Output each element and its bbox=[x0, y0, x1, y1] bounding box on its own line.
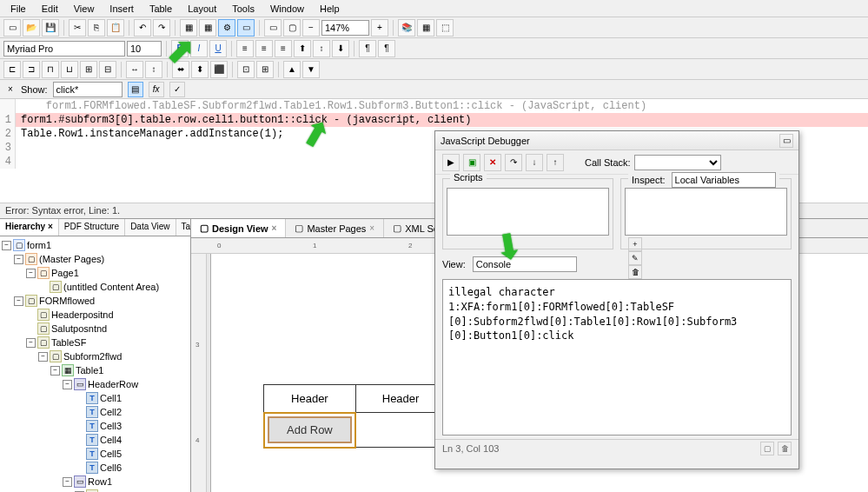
new-icon[interactable]: ▭ bbox=[3, 19, 21, 37]
node-headerpos[interactable]: Headerpositnd bbox=[51, 309, 114, 320]
add-row-cell[interactable]: Add Row bbox=[264, 413, 356, 448]
code-line-2[interactable]: Table.Row1.instanceManager.addInstance(1… bbox=[16, 127, 283, 141]
scripts-listbox[interactable] bbox=[447, 188, 609, 236]
select-icon[interactable]: ▢ bbox=[283, 19, 301, 37]
tab-master-pages[interactable]: ▢Master Pages× bbox=[286, 219, 384, 237]
debugger-close-icon[interactable]: ▭ bbox=[779, 134, 793, 148]
callstack-select[interactable] bbox=[634, 155, 721, 170]
empty-cell[interactable] bbox=[355, 413, 446, 448]
table-icon[interactable]: ▦ bbox=[180, 19, 197, 37]
front-icon[interactable]: ▲ bbox=[283, 61, 301, 78]
menu-tools[interactable]: Tools bbox=[225, 2, 262, 16]
copy-icon[interactable]: ⎘ bbox=[88, 19, 105, 37]
node-salut[interactable]: Salutposntnd bbox=[51, 323, 107, 334]
node-formflowed[interactable]: FORMflowed bbox=[39, 296, 95, 306]
edit-watch-icon[interactable]: ✎ bbox=[628, 251, 642, 265]
ltr-icon[interactable]: ¶ bbox=[359, 40, 376, 57]
size-select[interactable] bbox=[127, 41, 162, 57]
step-over-icon[interactable]: ↷ bbox=[505, 154, 522, 171]
tab-pdf-structure[interactable]: PDF Structure bbox=[59, 219, 125, 236]
node-tablesf[interactable]: TableSF bbox=[51, 337, 86, 348]
align-top-icon[interactable]: ⬆ bbox=[294, 40, 311, 57]
code-line-4[interactable] bbox=[16, 155, 21, 169]
al2-icon[interactable]: ⊐ bbox=[23, 61, 40, 78]
add-watch-icon[interactable]: + bbox=[628, 237, 642, 251]
menu-table[interactable]: Table bbox=[142, 2, 179, 16]
js-debugger-window[interactable]: JavaScript Debugger ▭ ▶ ▣ ✕ ↷ ↓ ↑ Call S… bbox=[434, 130, 799, 469]
header-cell-1[interactable]: Header bbox=[264, 385, 356, 413]
view-select[interactable] bbox=[473, 256, 577, 272]
ungrp-icon[interactable]: ⊞ bbox=[256, 61, 274, 78]
grid-icon[interactable]: ▦ bbox=[199, 19, 216, 37]
tab-data-view[interactable]: Data View bbox=[125, 219, 176, 236]
node-headerrow[interactable]: HeaderRow bbox=[88, 379, 138, 389]
frag-icon[interactable]: ⬚ bbox=[436, 19, 454, 37]
tab-design-view[interactable]: ▢Design View× bbox=[191, 219, 286, 237]
node-cell4[interactable]: Cell4 bbox=[100, 435, 122, 445]
align-mid-icon[interactable]: ↕ bbox=[313, 40, 330, 57]
paste-icon[interactable]: 📋 bbox=[107, 19, 124, 37]
script-icon[interactable]: ⚙ bbox=[218, 19, 235, 37]
menu-view[interactable]: View bbox=[67, 2, 102, 16]
dist-v-icon[interactable]: ↕ bbox=[145, 61, 162, 78]
sz1-icon[interactable]: ⬌ bbox=[172, 61, 189, 78]
node-page1[interactable]: Page1 bbox=[51, 268, 79, 278]
al6-icon[interactable]: ⊟ bbox=[99, 61, 116, 78]
al5-icon[interactable]: ⊞ bbox=[80, 61, 97, 78]
node-cell1[interactable]: Cell1 bbox=[100, 393, 122, 403]
del-watch-icon[interactable]: 🗑 bbox=[628, 265, 642, 279]
font-select[interactable] bbox=[3, 41, 125, 57]
italic-icon[interactable]: I bbox=[190, 40, 208, 57]
node-row1[interactable]: Row1 bbox=[88, 476, 112, 487]
step-in-icon[interactable]: ↓ bbox=[526, 154, 543, 171]
inspect-listbox[interactable] bbox=[625, 188, 787, 236]
debugger-console[interactable]: illegal character 1:XFA:form1[0]:FORMflo… bbox=[442, 279, 792, 435]
check-syntax-icon[interactable]: ✓ bbox=[169, 82, 185, 97]
zoom-in-icon[interactable]: + bbox=[371, 19, 388, 37]
status-icon-1[interactable]: ▢ bbox=[760, 442, 774, 455]
close-script-icon[interactable]: × bbox=[5, 84, 16, 95]
sz3-icon[interactable]: ⬛ bbox=[210, 61, 228, 78]
node-cell5[interactable]: Cell5 bbox=[100, 449, 122, 459]
lib-icon[interactable]: 📚 bbox=[398, 19, 415, 37]
header-cell-2[interactable]: Header bbox=[355, 385, 446, 413]
pal-icon[interactable]: ▦ bbox=[417, 19, 434, 37]
underline-icon[interactable]: U bbox=[209, 40, 227, 57]
save-icon[interactable]: 💾 bbox=[42, 19, 59, 37]
dist-h-icon[interactable]: ↔ bbox=[126, 61, 143, 78]
stop-icon[interactable]: ▣ bbox=[463, 154, 480, 171]
node-content-area[interactable]: (untitled Content Area) bbox=[63, 282, 159, 292]
align-bot-icon[interactable]: ⬇ bbox=[332, 40, 349, 57]
node-master-pages[interactable]: (Master Pages) bbox=[39, 254, 104, 264]
menu-edit[interactable]: Edit bbox=[35, 2, 65, 16]
node-cell2[interactable]: Cell2 bbox=[100, 407, 122, 417]
menu-window[interactable]: Window bbox=[263, 2, 311, 16]
show-select[interactable] bbox=[53, 82, 123, 97]
zoom-field[interactable] bbox=[321, 20, 369, 36]
fx-icon[interactable]: fx bbox=[149, 82, 164, 97]
zoom-out-icon[interactable]: − bbox=[302, 19, 320, 37]
al4-icon[interactable]: ⊔ bbox=[61, 61, 78, 78]
open-icon[interactable]: 📂 bbox=[23, 19, 40, 37]
bold-icon[interactable]: B bbox=[171, 40, 189, 57]
node-cell6[interactable]: Cell6 bbox=[100, 462, 122, 473]
code-line-3[interactable] bbox=[16, 141, 21, 155]
al1-icon[interactable]: ⊏ bbox=[3, 61, 21, 78]
inspect-select[interactable] bbox=[672, 172, 776, 188]
resume-icon[interactable]: ▶ bbox=[442, 154, 460, 171]
break-icon[interactable]: ✕ bbox=[484, 154, 501, 171]
tab-hierarchy[interactable]: Hierarchy × bbox=[0, 219, 59, 236]
events-icon[interactable]: ▤ bbox=[128, 82, 143, 97]
preview-icon[interactable]: ▭ bbox=[237, 19, 255, 37]
redo-icon[interactable]: ↷ bbox=[153, 19, 170, 37]
rtl-icon[interactable]: ¶ bbox=[378, 40, 395, 57]
node-cell3[interactable]: Cell3 bbox=[100, 421, 122, 431]
code-line-1[interactable]: form1.#subform3[0].table.row.cell1.butto… bbox=[16, 113, 471, 127]
sz2-icon[interactable]: ⬍ bbox=[191, 61, 209, 78]
cut-icon[interactable]: ✂ bbox=[69, 19, 86, 37]
al3-icon[interactable]: ⊓ bbox=[42, 61, 59, 78]
debugger-titlebar[interactable]: JavaScript Debugger ▭ bbox=[435, 131, 798, 150]
hierarchy-tree[interactable]: −▢form1 −▢(Master Pages) −▢Page1 ▢(untit… bbox=[0, 236, 190, 492]
close-icon[interactable]: × bbox=[369, 223, 374, 233]
align-left-icon[interactable]: ≡ bbox=[236, 40, 254, 57]
